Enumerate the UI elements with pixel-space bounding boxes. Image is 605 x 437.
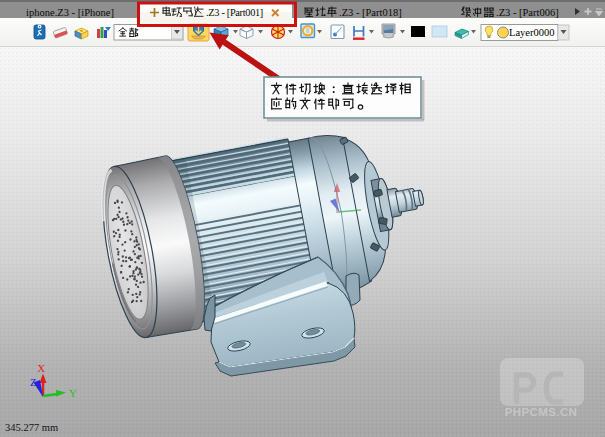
- svg-text:.Z3 - [Part006]: .Z3 - [Part006]: [496, 7, 559, 18]
- svg-text:.Z3 - [Part001]: .Z3 - [Part001]: [206, 7, 263, 18]
- svg-text:iphone.Z3 - [iPhone]: iphone.Z3 - [iPhone]: [26, 7, 114, 18]
- svg-text:.Z3 - [Part018]: .Z3 - [Part018]: [339, 7, 402, 18]
- svg-text:Layer0000: Layer0000: [509, 27, 554, 38]
